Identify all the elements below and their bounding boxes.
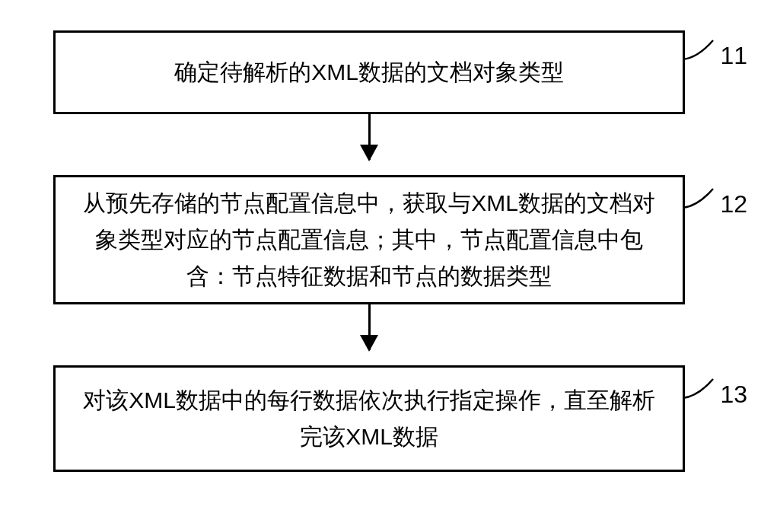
arrow-2-to-3 [53, 304, 685, 365]
flowchart-step-2: 12 从预先存储的节点配置信息中，获取与XML数据的文档对象类型对应的节点配置信… [53, 175, 685, 304]
step-text-2: 从预先存储的节点配置信息中，获取与XML数据的文档对象类型对应的节点配置信息；其… [78, 185, 660, 295]
step-label-1: 11 [720, 37, 747, 75]
flowchart-container: 11 确定待解析的XML数据的文档对象类型 12 从预先存储的节点配置信息中，获… [53, 30, 685, 472]
step-label-3: 13 [720, 375, 747, 414]
flowchart-step-3: 13 对该XML数据中的每行数据依次执行指定操作，直至解析完该XML数据 [53, 365, 685, 472]
connector-line-1 [683, 37, 717, 67]
arrow-down-icon [368, 114, 371, 160]
connector-line-3 [683, 375, 717, 406]
arrow-down-icon [368, 304, 371, 350]
arrow-1-to-2 [53, 114, 685, 175]
step-label-2: 12 [720, 185, 747, 224]
connector-line-2 [683, 185, 717, 215]
step-text-1: 确定待解析的XML数据的文档对象类型 [174, 54, 564, 91]
step-text-3: 对该XML数据中的每行数据依次执行指定操作，直至解析完该XML数据 [78, 382, 660, 455]
flowchart-step-1: 11 确定待解析的XML数据的文档对象类型 [53, 30, 685, 114]
